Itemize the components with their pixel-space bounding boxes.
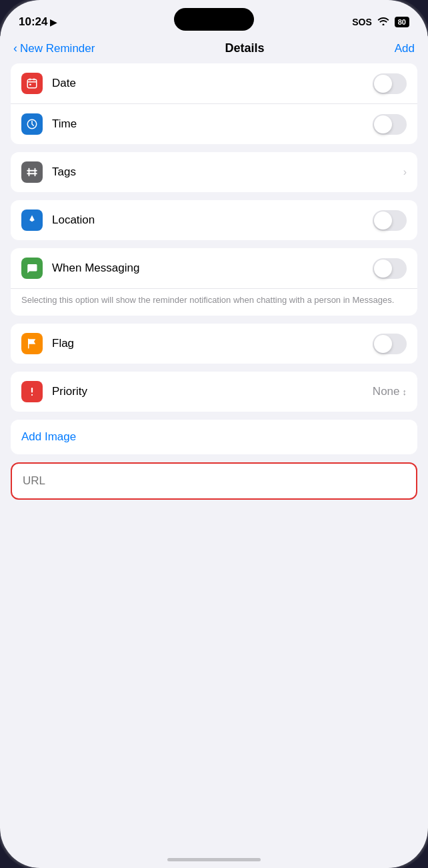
svg-rect-0 [27, 79, 37, 88]
messaging-toggle[interactable] [373, 258, 407, 279]
time-toggle[interactable] [373, 114, 407, 135]
location-icon-wrapper [21, 209, 43, 231]
url-input[interactable] [12, 464, 416, 498]
clock-icon [26, 118, 38, 130]
battery-level: 80 [398, 18, 406, 26]
flag-icon [26, 338, 38, 350]
svg-rect-11 [31, 394, 33, 396]
svg-rect-10 [31, 388, 33, 393]
time-text: 10:24 [19, 15, 47, 29]
messaging-description: Selecting this option will show the remi… [11, 289, 417, 316]
date-label: Date [52, 77, 373, 90]
location-card: Location [11, 200, 417, 240]
flag-card: Flag [11, 324, 417, 364]
add-image-label: Add Image [21, 430, 76, 443]
url-input-wrapper [11, 462, 417, 500]
phone-frame: 10:24 ▶ SOS 80 ‹ [0, 0, 428, 868]
calendar-icon [26, 77, 38, 89]
battery-indicator: 80 [395, 17, 409, 27]
tags-icon-wrapper [21, 161, 43, 183]
messaging-card: When Messaging Selecting this option wil… [11, 248, 417, 316]
date-toggle[interactable] [373, 73, 407, 94]
time-icon-wrapper [21, 113, 43, 135]
add-button[interactable]: Add [395, 42, 415, 55]
back-label: New Reminder [20, 42, 95, 55]
svg-rect-4 [29, 84, 31, 85]
messaging-label: When Messaging [52, 262, 373, 275]
time-toggle-thumb [374, 115, 392, 133]
priority-label: Priority [52, 385, 373, 398]
phone-screen: 10:24 ▶ SOS 80 ‹ [0, 0, 428, 868]
date-toggle-thumb [374, 75, 392, 93]
status-right: SOS 80 [352, 16, 409, 28]
hashtag-icon [26, 166, 38, 178]
page-title: Details [225, 41, 265, 55]
priority-stepper-icon: ↕ [403, 387, 407, 397]
content-area: Date Time [0, 63, 428, 534]
flag-icon-wrapper [21, 333, 43, 354]
location-icon [26, 214, 38, 226]
tags-label: Tags [52, 165, 403, 179]
back-chevron-icon: ‹ [13, 41, 17, 55]
time-row: Time [11, 104, 417, 144]
add-image-button[interactable]: Add Image [11, 420, 417, 454]
flag-label: Flag [52, 337, 373, 350]
time-label: Time [52, 117, 373, 131]
dynamic-island [174, 8, 254, 31]
tags-row[interactable]: Tags › [11, 152, 417, 192]
message-icon [26, 262, 38, 274]
tags-card: Tags › [11, 152, 417, 192]
flag-toggle-thumb [374, 335, 392, 353]
date-time-card: Date Time [11, 63, 417, 144]
exclamation-icon [26, 386, 38, 398]
priority-value: None ↕ [373, 385, 407, 398]
location-label: Location [52, 213, 373, 227]
messaging-icon-wrapper [21, 258, 43, 279]
priority-card: Priority None ↕ [11, 372, 417, 412]
tags-chevron-icon: › [403, 166, 407, 178]
location-row: Location [11, 200, 417, 240]
location-arrow-icon: ▶ [50, 17, 57, 27]
location-toggle-thumb [374, 211, 392, 230]
messaging-toggle-thumb [374, 260, 392, 278]
wifi-icon [377, 16, 389, 28]
priority-row[interactable]: Priority None ↕ [11, 372, 417, 412]
date-icon-wrapper [21, 73, 43, 94]
messaging-row: When Messaging [11, 248, 417, 289]
flag-row: Flag [11, 324, 417, 364]
priority-value-text: None [373, 385, 400, 398]
flag-toggle[interactable] [373, 334, 407, 354]
nav-bar: ‹ New Reminder Details Add [0, 36, 428, 63]
priority-icon-wrapper [21, 381, 43, 402]
home-indicator [167, 858, 261, 861]
location-toggle[interactable] [373, 210, 407, 231]
sos-label: SOS [352, 17, 372, 27]
back-button[interactable]: ‹ New Reminder [13, 41, 95, 55]
status-time: 10:24 ▶ [19, 15, 57, 29]
date-row: Date [11, 63, 417, 104]
